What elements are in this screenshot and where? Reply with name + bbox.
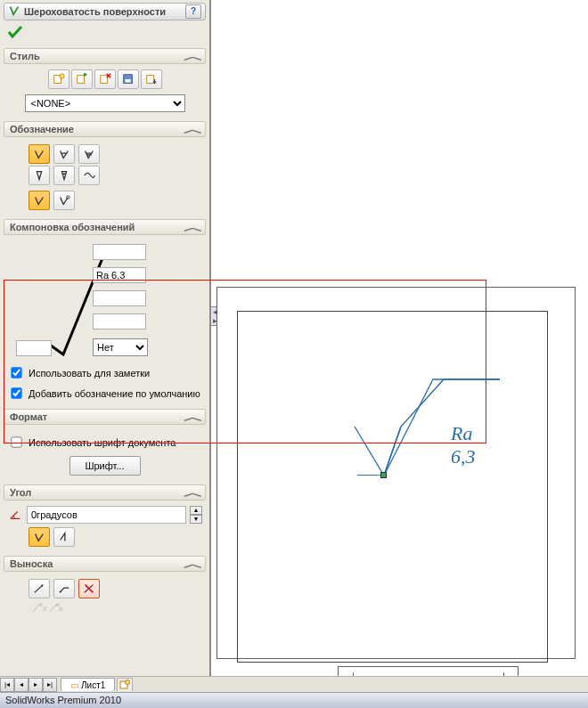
- leader-straight-button[interactable]: [29, 579, 50, 598]
- symbol-basic-button[interactable]: [29, 144, 50, 164]
- sheet-tab-1[interactable]: ▭ Лист1: [61, 678, 115, 691]
- sheet-border-outer: Ra 6,3: [216, 287, 576, 659]
- panel-title-bar: Шероховатость поверхности ?: [4, 3, 206, 20]
- symbol-allaround-off-button[interactable]: [29, 191, 50, 210]
- angle-spin-up[interactable]: ▲: [190, 506, 202, 515]
- use-doc-font-label: Использовать шрифт документа: [29, 437, 176, 448]
- symbol-no-machining-button[interactable]: [29, 166, 50, 185]
- section-label: Стиль: [10, 51, 187, 61]
- status-text: SolidWorks Premium 2010: [5, 695, 121, 705]
- svg-point-11: [126, 680, 130, 685]
- angle-input[interactable]: [27, 506, 186, 524]
- layout-lay-select[interactable]: Нет: [93, 338, 148, 356]
- symbol-no-machining2-button[interactable]: [53, 166, 75, 185]
- layout-field-4[interactable]: [93, 313, 146, 330]
- tab-nav-last[interactable]: ▸|: [43, 678, 57, 692]
- section-body-format: Использовать шрифт документа Шрифт...: [0, 427, 209, 483]
- svg-text:x: x: [58, 604, 62, 613]
- tab-nav-next[interactable]: ▸: [29, 678, 43, 692]
- symbol-allaround-on-button[interactable]: [53, 191, 75, 210]
- section-body-layout: Нет Использовать для заметки Добавить об…: [0, 237, 209, 407]
- style-save-button[interactable]: [118, 69, 139, 89]
- status-bar: SolidWorks Premium 2010: [0, 692, 588, 708]
- section-body-designation: [0, 139, 209, 217]
- section-label: Выноска: [10, 558, 187, 569]
- add-sheet-button[interactable]: [117, 678, 133, 691]
- section-header-angle[interactable]: Угол ︿: [4, 484, 206, 500]
- use-doc-font-checkbox[interactable]: [11, 436, 21, 447]
- drawing-canvas[interactable]: ◂▸: [211, 0, 588, 676]
- add-default-label: Добавить обозначение по умолчанию: [29, 388, 200, 399]
- add-default-checkbox[interactable]: [11, 387, 21, 398]
- style-add-button[interactable]: [71, 69, 93, 89]
- layout-field-1[interactable]: [93, 244, 146, 260]
- selection-handle[interactable]: [380, 472, 387, 478]
- chevron-up-icon: ︿: [184, 223, 203, 232]
- sheet-icon: ▭: [70, 680, 78, 690]
- svg-rect-3: [100, 76, 107, 84]
- svg-rect-5: [125, 79, 130, 83]
- section-body-leader: xx: [0, 574, 209, 620]
- use-for-note-label: Использовать для заметки: [29, 368, 150, 378]
- symbol-machining2-button[interactable]: [78, 144, 100, 164]
- property-manager-panel: Шероховатость поверхности ? Стиль ︿: [0, 0, 211, 676]
- tab-nav-prev[interactable]: ◂: [14, 678, 29, 692]
- help-button[interactable]: ?: [185, 4, 201, 19]
- section-header-format[interactable]: Формат ︿: [4, 409, 206, 425]
- layout-field-3[interactable]: [93, 290, 146, 306]
- chevron-up-icon: ︿: [184, 125, 203, 134]
- leader-none-button[interactable]: [78, 579, 100, 598]
- confirm-row: [0, 23, 209, 46]
- section-label: Компоновка обозначений: [10, 222, 187, 232]
- symbol-machining-button[interactable]: [53, 144, 75, 164]
- chevron-up-icon: ︿: [184, 488, 203, 497]
- section-label: Формат: [10, 411, 187, 422]
- sheet-tabs-bar: |◂ ◂ ▸ ▸| ▭ Лист1: [0, 676, 588, 692]
- leader-caption: xx: [32, 602, 202, 614]
- ok-button[interactable]: [7, 27, 23, 42]
- chevron-up-icon: ︿: [184, 412, 203, 421]
- surface-finish-icon: [8, 4, 20, 19]
- symbol-circle-button[interactable]: [78, 166, 100, 185]
- style-new-button[interactable]: [48, 69, 69, 89]
- leader-bent-button[interactable]: [53, 579, 75, 598]
- use-for-note-checkbox[interactable]: [11, 367, 21, 378]
- section-body-angle: ▲ ▼: [0, 502, 209, 554]
- section-label: Обозначение: [10, 124, 187, 134]
- panel-title-text: Шероховатость поверхности: [20, 6, 185, 17]
- layout-field-roughness[interactable]: [93, 267, 146, 283]
- section-body-style: <NONE>: [0, 66, 209, 119]
- angle-orient-1-button[interactable]: [29, 527, 50, 547]
- svg-text:x: x: [42, 604, 47, 613]
- sheet-tab-label: Лист1: [81, 680, 105, 690]
- style-select[interactable]: <NONE>: [25, 94, 185, 112]
- section-header-designation[interactable]: Обозначение ︿: [4, 121, 206, 137]
- angle-icon: [7, 507, 23, 523]
- style-load-button[interactable]: [141, 69, 162, 89]
- font-button[interactable]: Шрифт...: [69, 456, 141, 476]
- chevron-up-icon: ︿: [184, 559, 203, 568]
- layout-field-5[interactable]: [16, 340, 52, 356]
- section-header-leader[interactable]: Выноска ︿: [4, 556, 206, 572]
- angle-orient-2-button[interactable]: [53, 527, 75, 547]
- section-label: Угол: [10, 487, 187, 498]
- style-delete-button[interactable]: [94, 69, 116, 89]
- annotation-text: Ra 6,3: [451, 422, 500, 468]
- surface-finish-annotation[interactable]: Ra 6,3: [295, 360, 500, 476]
- angle-spin-down[interactable]: ▼: [190, 515, 202, 524]
- chevron-up-icon: ︿: [184, 52, 203, 61]
- svg-rect-2: [77, 76, 84, 84]
- tab-nav-first[interactable]: |◂: [0, 678, 14, 692]
- sheet-border-inner: Ra 6,3: [237, 311, 548, 663]
- section-header-style[interactable]: Стиль ︿: [4, 48, 206, 64]
- title-block-fragment: [338, 666, 519, 676]
- section-header-layout[interactable]: Компоновка обозначений ︿: [4, 219, 206, 235]
- svg-point-1: [59, 74, 63, 78]
